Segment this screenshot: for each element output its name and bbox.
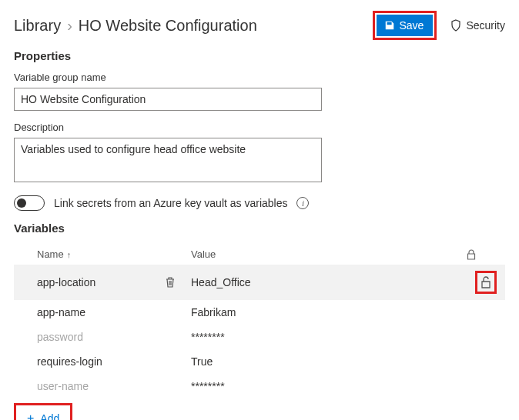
unlock-icon[interactable] (480, 276, 491, 288)
var-name-cell[interactable]: app-name (37, 306, 191, 318)
table-row[interactable]: app-nameFabrikam (14, 300, 505, 325)
var-value-cell[interactable]: ******** (191, 331, 467, 343)
var-value-cell[interactable]: ******** (191, 380, 467, 392)
var-lock-cell (467, 271, 505, 294)
name-input[interactable] (14, 88, 322, 111)
save-label: Save (400, 19, 424, 32)
breadcrumb-current: HO Website Configuration (79, 17, 257, 35)
var-name-cell[interactable]: user-name (37, 380, 191, 392)
lock-icon (467, 249, 476, 260)
add-label: Add (40, 412, 59, 420)
add-highlight: + Add (14, 403, 72, 420)
var-value-cell[interactable]: True (191, 355, 467, 368)
breadcrumb-root[interactable]: Library (14, 17, 61, 35)
keyvault-toggle-row: Link secrets from an Azure key vault as … (14, 195, 505, 211)
add-button[interactable]: + Add (16, 405, 70, 420)
name-label: Variable group name (14, 72, 505, 83)
table-row[interactable]: user-name******** (14, 374, 505, 398)
keyvault-label: Link secrets from an Azure key vault as … (54, 197, 287, 209)
var-name: user-name (37, 380, 89, 392)
header-actions: Save Security (373, 11, 506, 40)
save-icon (384, 20, 395, 31)
sort-asc-icon: ↑ (67, 250, 72, 259)
save-highlight: Save (373, 11, 437, 40)
variables-body: app-locationHead_Officeapp-nameFabrikamp… (14, 265, 505, 398)
info-icon[interactable]: i (296, 197, 309, 209)
security-button[interactable]: Security (450, 19, 505, 32)
var-name: app-name (37, 306, 85, 318)
variables-column-header: Name ↑ Value (14, 244, 505, 265)
properties-heading: Properties (14, 49, 505, 62)
var-value-cell[interactable]: Fabrikam (191, 306, 467, 318)
var-name: requires-login (37, 355, 102, 368)
page-header: Library › HO Website Configuration Save … (14, 11, 505, 40)
lock-highlight (475, 271, 497, 294)
col-name-header[interactable]: Name ↑ (37, 248, 191, 260)
plus-icon: + (27, 412, 34, 420)
desc-input[interactable]: Variables used to configure head office … (14, 138, 322, 182)
shield-icon (450, 19, 461, 32)
var-name-cell[interactable]: app-location (37, 276, 191, 288)
var-name-cell[interactable]: requires-login (37, 355, 191, 368)
delete-icon[interactable] (165, 276, 176, 288)
table-row[interactable]: requires-loginTrue (14, 349, 505, 374)
chevron-right-icon: › (67, 17, 72, 35)
desc-label: Description (14, 122, 505, 133)
keyvault-toggle[interactable] (14, 195, 45, 211)
var-name-cell[interactable]: password (37, 331, 191, 343)
security-label: Security (466, 19, 505, 32)
var-name: password (37, 331, 83, 343)
col-value-header[interactable]: Value (191, 248, 467, 260)
table-row[interactable]: password******** (14, 325, 505, 349)
col-lock-header (467, 249, 505, 260)
var-value-cell[interactable]: Head_Office (191, 276, 467, 288)
var-name: app-location (37, 276, 95, 288)
table-row[interactable]: app-locationHead_Office (14, 265, 505, 300)
save-button[interactable]: Save (377, 15, 434, 36)
breadcrumb: Library › HO Website Configuration (14, 17, 257, 35)
variables-heading: Variables (14, 222, 505, 235)
